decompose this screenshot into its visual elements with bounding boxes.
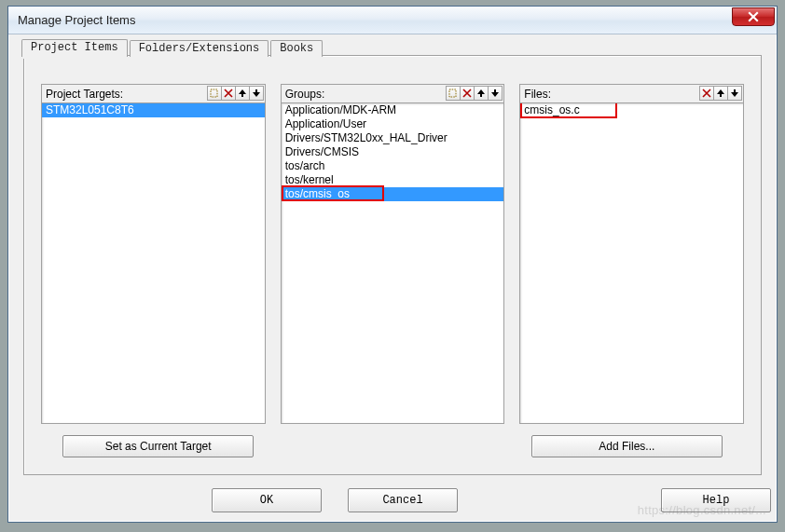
list-item[interactable]: tos/cmsis_os	[282, 187, 504, 201]
svg-rect-0	[211, 89, 217, 97]
delete-button[interactable]	[699, 86, 714, 101]
help-button[interactable]: Help	[661, 488, 771, 512]
list-item[interactable]: Drivers/CMSIS	[282, 145, 504, 159]
panel-label-files: Files:	[524, 88, 551, 101]
list-item[interactable]: tos/arch	[282, 159, 504, 173]
set-current-target-button[interactable]: Set as Current Target	[62, 435, 254, 457]
panels-row: Project Targets: STM32L051C8T6	[41, 84, 744, 424]
list-targets[interactable]: STM32L051C8T6	[41, 102, 266, 424]
list-item[interactable]: tos/kernel	[282, 173, 504, 187]
panel-targets: Project Targets: STM32L051C8T6	[41, 84, 266, 424]
move-down-button[interactable]	[488, 86, 503, 101]
move-up-button[interactable]	[474, 86, 489, 101]
tab-bar: Project Items Folders/Extensions Books	[21, 40, 324, 57]
move-up-button[interactable]	[713, 86, 728, 101]
add-files-button[interactable]: Add Files...	[531, 435, 723, 457]
new-icon	[210, 89, 219, 98]
tab-frame: Project Targets: STM32L051C8T6	[23, 55, 762, 475]
move-down-icon	[730, 89, 739, 98]
tab-folders-extensions[interactable]: Folders/Extensions	[130, 40, 269, 57]
move-down-icon	[252, 89, 261, 98]
delete-icon	[224, 89, 233, 98]
list-item[interactable]: Drivers/STM32L0xx_HAL_Driver	[282, 131, 504, 145]
client-area: Project Items Folders/Extensions Books P…	[8, 34, 777, 522]
close-icon	[748, 11, 759, 22]
list-groups[interactable]: Application/MDK-ARM Application/User Dri…	[281, 102, 505, 424]
panel-tools-targets	[208, 86, 264, 101]
panel-header-groups: Groups:	[281, 84, 505, 102]
new-button[interactable]	[207, 86, 222, 101]
move-down-icon	[490, 89, 500, 98]
delete-button[interactable]	[460, 86, 475, 101]
panel-header-targets: Project Targets:	[41, 84, 266, 102]
move-up-button[interactable]	[235, 86, 250, 101]
list-files[interactable]: cmsis_os.c	[519, 102, 744, 424]
panel-header-files: Files:	[519, 84, 744, 102]
move-up-icon	[476, 89, 486, 98]
panel-bottom-buttons: Set as Current Target Add Files...	[41, 435, 744, 461]
list-item[interactable]: Application/User	[282, 117, 504, 131]
ok-button[interactable]: OK	[212, 488, 322, 512]
window-title: Manage Project Items	[14, 13, 135, 27]
panel-files: Files: cmsis_os.c	[519, 84, 744, 424]
panel-label-targets: Project Targets:	[46, 88, 123, 101]
delete-icon	[702, 89, 711, 98]
new-icon	[448, 89, 458, 98]
dialog-window: Manage Project Items Project Items Folde…	[7, 6, 778, 523]
panel-tools-files	[700, 86, 742, 101]
close-button[interactable]	[732, 7, 775, 26]
titlebar: Manage Project Items	[8, 7, 777, 34]
move-down-button[interactable]	[249, 86, 264, 101]
move-up-icon	[238, 89, 247, 98]
svg-rect-1	[449, 89, 456, 97]
dialog-buttons: OK Cancel Help	[8, 486, 777, 514]
move-down-button[interactable]	[727, 86, 742, 101]
delete-button[interactable]	[221, 86, 236, 101]
new-button[interactable]	[446, 86, 461, 101]
move-up-icon	[716, 89, 725, 98]
delete-icon	[462, 89, 472, 98]
list-item[interactable]: STM32L051C8T6	[42, 103, 265, 117]
tab-books[interactable]: Books	[270, 40, 323, 57]
panel-tools-groups	[447, 86, 503, 101]
panel-label-groups: Groups:	[285, 88, 325, 101]
tab-project-items[interactable]: Project Items	[21, 39, 128, 57]
panel-groups: Groups: Application/MDK-ARM Application/…	[281, 84, 505, 424]
cancel-button[interactable]: Cancel	[348, 488, 458, 512]
list-item[interactable]: Application/MDK-ARM	[282, 103, 504, 117]
list-item[interactable]: cmsis_os.c	[520, 103, 743, 117]
